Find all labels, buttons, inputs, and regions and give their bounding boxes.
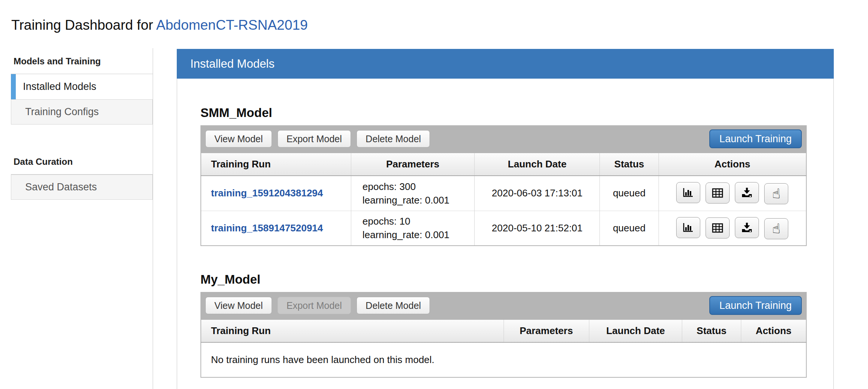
- table-icon: [712, 188, 724, 198]
- table-icon: [712, 223, 724, 233]
- table-action-button[interactable]: [706, 217, 730, 239]
- parameter-line: learning_rate: 0.001: [363, 193, 474, 207]
- hand-pointer-action-button[interactable]: ☝: [764, 183, 788, 204]
- sidebar-section-header: Models and Training: [11, 48, 153, 74]
- view-model-button[interactable]: View Model: [205, 297, 272, 314]
- training-runs-table: Training RunParametersLaunch DateStatusA…: [200, 319, 807, 378]
- model-section: SMM_ModelView ModelExport ModelDelete Mo…: [200, 106, 807, 246]
- model-toolbar: View ModelExport ModelDelete ModelLaunch…: [200, 292, 807, 319]
- column-header-status: Status: [682, 319, 741, 342]
- empty-row: No training runs have been launched on t…: [201, 342, 806, 377]
- parameter-line: epochs: 300: [363, 180, 474, 193]
- dataset-link[interactable]: AbdomenCT-RSNA2019: [156, 17, 308, 33]
- parameters-cell: epochs: 300learning_rate: 0.001: [351, 176, 474, 211]
- training-runs-table: Training RunParametersLaunch DateStatusA…: [200, 152, 807, 246]
- bar-chart-icon: [682, 222, 695, 233]
- launch-date-cell: 2020-05-10 21:52:01: [475, 211, 600, 246]
- parameters-cell: epochs: 10learning_rate: 0.001: [351, 211, 474, 246]
- training-run-link[interactable]: training_1591204381294: [211, 187, 323, 199]
- hand-pointer-icon: ☝: [772, 222, 780, 236]
- export-model-button[interactable]: Export Model: [278, 130, 351, 147]
- column-header-parameters: Parameters: [351, 153, 474, 176]
- download-action-button[interactable]: [735, 217, 759, 238]
- training-run-link[interactable]: training_1589147520914: [211, 222, 323, 234]
- model-name-heading: SMM_Model: [200, 106, 807, 120]
- bar-chart-action-button[interactable]: [676, 217, 700, 238]
- column-header-launch-date: Launch Date: [475, 153, 600, 176]
- page-title-prefix: Training Dashboard for: [11, 17, 156, 33]
- table-header-row: Training RunParametersLaunch DateStatusA…: [201, 153, 806, 176]
- table-row: training_1589147520914epochs: 10learning…: [201, 211, 806, 246]
- hand-pointer-icon: ☝: [772, 187, 780, 201]
- table-head: Training RunParametersLaunch DateStatusA…: [201, 319, 806, 342]
- table-row: training_1591204381294epochs: 300learnin…: [201, 176, 806, 211]
- page-title: Training Dashboard for AbdomenCT-RSNA201…: [11, 17, 308, 33]
- sidebar-item-label: Installed Models: [23, 81, 96, 93]
- column-header-actions: Actions: [659, 153, 806, 176]
- launch-training-button[interactable]: Launch Training: [709, 296, 802, 315]
- panel-title: Installed Models: [177, 49, 834, 79]
- training-run-cell: training_1589147520914: [201, 211, 351, 246]
- panel-body: SMM_ModelView ModelExport ModelDelete Mo…: [177, 79, 834, 389]
- export-model-button[interactable]: Export Model: [278, 297, 351, 314]
- parameter-line: epochs: 10: [363, 214, 474, 228]
- table-action-button[interactable]: [706, 182, 730, 204]
- model-section: My_ModelView ModelExport ModelDelete Mod…: [200, 272, 807, 378]
- download-action-button[interactable]: [735, 182, 759, 203]
- sidebar: Models and TrainingInstalled ModelsTrain…: [11, 48, 153, 389]
- download-icon: [741, 187, 753, 198]
- column-header-training-run: Training Run: [201, 153, 351, 176]
- download-icon: [741, 222, 753, 233]
- sidebar-item-installed-models[interactable]: Installed Models: [11, 74, 153, 99]
- parameter-line: learning_rate: 0.001: [363, 228, 474, 242]
- table-body: No training runs have been launched on t…: [201, 342, 806, 377]
- bar-chart-action-button[interactable]: [676, 182, 700, 203]
- sidebar-section-header: Data Curation: [11, 149, 153, 175]
- table-head: Training RunParametersLaunch DateStatusA…: [201, 153, 806, 176]
- hand-pointer-action-button[interactable]: ☝: [764, 218, 788, 239]
- table-body: training_1591204381294epochs: 300learnin…: [201, 176, 806, 246]
- sidebar-item-label: Saved Datasets: [25, 181, 97, 193]
- model-name-heading: My_Model: [200, 272, 807, 287]
- column-header-parameters: Parameters: [504, 319, 589, 342]
- column-header-training-run: Training Run: [201, 319, 504, 342]
- view-model-button[interactable]: View Model: [205, 130, 272, 147]
- column-header-status: Status: [600, 153, 659, 176]
- delete-model-button[interactable]: Delete Model: [357, 297, 430, 314]
- table-header-row: Training RunParametersLaunch DateStatusA…: [201, 319, 806, 342]
- delete-model-button[interactable]: Delete Model: [357, 130, 430, 147]
- actions-cell: ☝: [659, 211, 806, 246]
- sidebar-item-label: Training Configs: [25, 106, 99, 118]
- launch-date-cell: 2020-06-03 17:13:01: [475, 176, 600, 211]
- training-run-cell: training_1591204381294: [201, 176, 351, 211]
- column-header-launch-date: Launch Date: [589, 319, 682, 342]
- status-cell: queued: [600, 176, 659, 211]
- sidebar-item-saved-datasets[interactable]: Saved Datasets: [11, 175, 153, 200]
- sidebar-item-training-configs[interactable]: Training Configs: [11, 99, 153, 125]
- empty-message-cell: No training runs have been launched on t…: [201, 342, 806, 377]
- bar-chart-icon: [682, 187, 695, 198]
- status-cell: queued: [600, 211, 659, 246]
- column-header-actions: Actions: [741, 319, 806, 342]
- model-toolbar: View ModelExport ModelDelete ModelLaunch…: [200, 125, 807, 152]
- launch-training-button[interactable]: Launch Training: [709, 129, 802, 148]
- actions-cell: ☝: [659, 176, 806, 211]
- main-panel: Installed Models SMM_ModelView ModelExpo…: [177, 49, 834, 389]
